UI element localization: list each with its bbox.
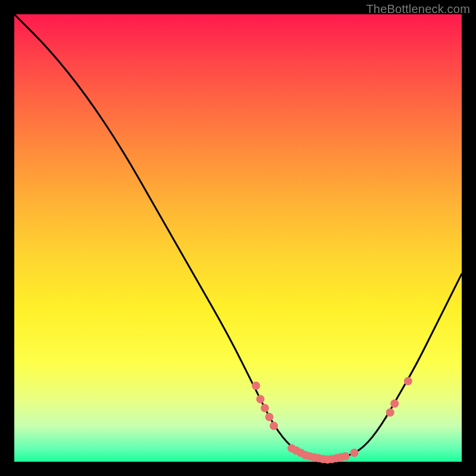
data-point	[342, 452, 350, 461]
bottleneck-curve	[14, 14, 462, 459]
bottleneck-curve-chart	[14, 14, 462, 462]
data-point	[270, 422, 278, 430]
data-point	[350, 449, 359, 457]
data-point-group	[252, 377, 412, 464]
data-point	[265, 413, 274, 421]
data-point	[390, 399, 399, 408]
data-point	[252, 381, 260, 390]
data-point	[404, 377, 412, 386]
data-point	[261, 404, 269, 412]
data-point	[386, 408, 394, 416]
data-point	[256, 395, 265, 403]
